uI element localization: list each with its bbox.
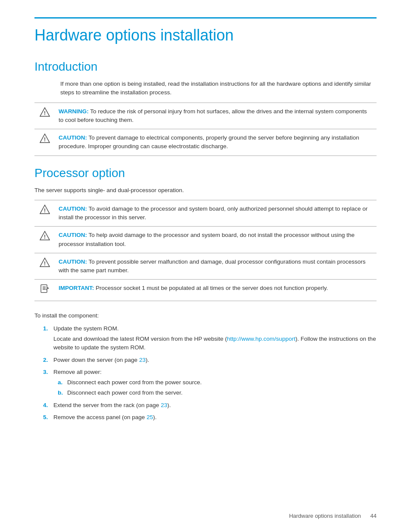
step-3a-text: Disconnect each power cord from the powe… (67, 379, 202, 386)
proc-important-text: IMPORTANT: Processor socket 1 must be po… (55, 280, 377, 301)
warning-label: WARNING: (59, 108, 89, 115)
introduction-notices: ! WARNING: To reduce the risk of persona… (34, 103, 377, 156)
page: Hardware options installation Introducti… (0, 0, 411, 532)
caution-triangle-icon-3: ! (40, 258, 50, 267)
step-3-text: Remove all power: (53, 369, 102, 375)
top-rule (34, 17, 377, 19)
footer: Hardware options installation 44 (289, 513, 377, 519)
footer-page-number: 44 (371, 513, 377, 519)
hp-support-link[interactable]: http://www.hp.com/support (227, 336, 296, 342)
warning-row: ! WARNING: To reduce the risk of persona… (34, 103, 377, 129)
svg-text:!: ! (44, 137, 46, 143)
step-1: Update the system ROM. Locate and downlo… (43, 324, 377, 352)
caution-label-intro: CAUTION: (59, 134, 87, 141)
caution-body-intro: To prevent damage to electrical componen… (59, 134, 359, 149)
proc-caution-row-1: ! CAUTION: To avoid damage to the proces… (34, 200, 377, 227)
warning-triangle-icon: ! (40, 107, 50, 117)
step-1-subtext: Locate and download the latest ROM versi… (53, 335, 377, 352)
caution-triangle-icon-intro: ! (40, 134, 50, 143)
caution-text-intro: CAUTION: To prevent damage to electrical… (55, 129, 377, 156)
step-5: Remove the access panel (on page 25). (43, 413, 377, 422)
processor-heading: Processor option (34, 166, 377, 180)
warning-body: To reduce the risk of personal injury fr… (59, 108, 367, 123)
step-2: Power down the server (on page 23). (43, 356, 377, 364)
proc-caution-text-1: CAUTION: To avoid damage to the processo… (55, 200, 377, 227)
proc-caution-icon-3: ! (34, 253, 55, 280)
warning-text: WARNING: To reduce the risk of personal … (55, 103, 377, 129)
footer-text: Hardware options installation (289, 513, 361, 519)
proc-caution-icon-1: ! (34, 200, 55, 227)
proc-caution-row-2: ! CAUTION: To help avoid damage to the p… (34, 227, 377, 253)
step-3b: Disconnect each power cord from the serv… (58, 389, 377, 397)
warning-icon-cell: ! (34, 103, 55, 129)
svg-text:!: ! (44, 261, 46, 267)
step-3b-text: Disconnect each power cord from the serv… (67, 389, 183, 396)
important-icon (40, 284, 50, 293)
proc-caution-text-3: CAUTION: To prevent possible server malf… (55, 253, 377, 280)
step-2-page-link[interactable]: 23 (139, 357, 146, 363)
caution-icon-cell-intro: ! (34, 129, 55, 156)
processor-notices: ! CAUTION: To avoid damage to the proces… (34, 200, 377, 301)
proc-caution-label-3: CAUTION: (59, 258, 87, 265)
caution-triangle-icon-2: ! (40, 231, 50, 240)
caution-triangle-icon-1: ! (40, 205, 50, 214)
svg-text:!: ! (44, 234, 46, 240)
proc-caution-icon-2: ! (34, 227, 55, 253)
processor-intro: The server supports single- and dual-pro… (34, 186, 377, 195)
step-4-page-link[interactable]: 23 (161, 402, 167, 408)
step-5-page-link[interactable]: 25 (146, 414, 153, 420)
step-2-text: Power down the server (on page 23). (53, 357, 149, 363)
proc-caution-label-1: CAUTION: (59, 205, 87, 212)
svg-rect-10 (41, 285, 47, 292)
step-1-text: Update the system ROM. (53, 325, 119, 332)
svg-text:!: ! (44, 110, 46, 116)
proc-important-icon-cell (34, 280, 55, 301)
step-5-text: Remove the access panel (on page 25). (53, 414, 156, 420)
proc-caution-label-2: CAUTION: (59, 232, 87, 238)
proc-important-body: Processor socket 1 must be populated at … (96, 285, 328, 291)
step-3a: Disconnect each power cord from the powe… (58, 378, 377, 387)
proc-caution-text-2: CAUTION: To help avoid damage to the pro… (55, 227, 377, 253)
step-4-text: Extend the server from the rack (on page… (53, 402, 171, 408)
proc-caution-row-3: ! CAUTION: To prevent possible server ma… (34, 253, 377, 280)
step-3: Remove all power: Disconnect each power … (43, 368, 377, 398)
introduction-heading: Introduction (34, 60, 377, 74)
introduction-body: If more than one option is being install… (60, 80, 377, 97)
proc-caution-body-3: To prevent possible server malfunction a… (59, 258, 366, 274)
page-title: Hardware options installation (34, 26, 377, 44)
svg-text:!: ! (44, 208, 46, 214)
install-steps-list: Update the system ROM. Locate and downlo… (43, 324, 377, 422)
proc-caution-body-1: To avoid damage to the processor and sys… (59, 205, 367, 221)
processor-section: Processor option The server supports sin… (34, 166, 377, 422)
proc-important-label: IMPORTANT: (59, 285, 94, 291)
step-4: Extend the server from the rack (on page… (43, 401, 377, 410)
step-3-sublist: Disconnect each power cord from the powe… (58, 378, 377, 398)
proc-important-row: IMPORTANT: Processor socket 1 must be po… (34, 280, 377, 301)
caution-row-intro: ! CAUTION: To prevent damage to electric… (34, 129, 377, 156)
proc-caution-body-2: To help avoid damage to the processor an… (59, 232, 355, 247)
install-intro: To install the component: (34, 311, 377, 320)
